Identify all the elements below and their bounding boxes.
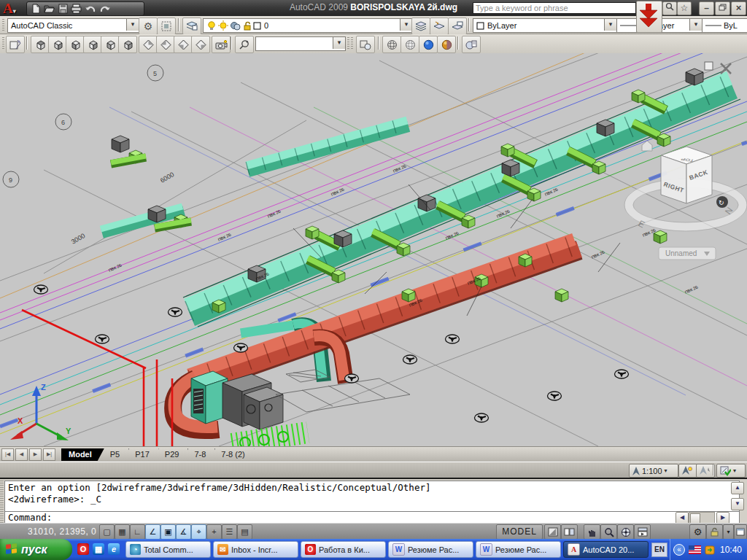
- view-front-button[interactable]: [101, 36, 120, 53]
- workspace-gear-button[interactable]: ⚙: [689, 524, 706, 540]
- toggle-ducs[interactable]: ⌖: [191, 524, 206, 540]
- tab-model[interactable]: Model: [61, 448, 104, 461]
- command-history[interactable]: Enter an option [2dwireframe/3dwireframe…: [4, 481, 740, 513]
- view-bottom-button[interactable]: [48, 36, 67, 53]
- task-total-commander[interactable]: ◔ Total Comm...: [125, 541, 211, 558]
- command-scroll-down[interactable]: ▼: [731, 498, 744, 510]
- viewcube-right-face[interactable]: [661, 155, 686, 203]
- layer-match-button[interactable]: [448, 18, 467, 35]
- task-opera-page[interactable]: O Работа в Ки...: [301, 541, 386, 558]
- layer-properties-button[interactable]: [182, 18, 201, 35]
- search-icon[interactable]: [662, 1, 677, 15]
- language-indicator[interactable]: EN: [651, 542, 667, 557]
- opera-quicklaunch-icon[interactable]: O: [77, 543, 89, 555]
- tab-p5[interactable]: P5: [104, 448, 129, 461]
- toggle-lwt[interactable]: ☰: [222, 524, 237, 540]
- tab-nav-next[interactable]: ▶: [29, 448, 42, 461]
- view-sw-iso-button[interactable]: [139, 36, 158, 53]
- annotation-scale-button[interactable]: 1:100 ▾: [629, 464, 678, 478]
- toggle-osnap[interactable]: ▣: [160, 524, 176, 540]
- communication-center-button[interactable]: [636, 1, 662, 33]
- view-nw-iso-button[interactable]: [191, 36, 210, 53]
- showmotion-button[interactable]: [634, 524, 651, 540]
- status-menu-arrow[interactable]: ▾: [723, 524, 734, 540]
- tab-p17[interactable]: P17: [129, 448, 159, 461]
- lineweight-combo[interactable]: ByL: [702, 18, 747, 33]
- search-input[interactable]: [473, 2, 636, 14]
- view-top-button[interactable]: [31, 36, 50, 53]
- tab-p29[interactable]: P29: [159, 448, 189, 461]
- tab-nav-last[interactable]: ▶|: [43, 448, 55, 461]
- toggle-snap[interactable]: ▢: [99, 524, 115, 540]
- chevron-down-icon[interactable]: ▾: [689, 19, 702, 31]
- ie-quicklaunch-icon[interactable]: e: [108, 543, 120, 555]
- annotation-visibility-button[interactable]: [678, 464, 697, 478]
- named-views-overlay[interactable]: Unnamed: [659, 247, 716, 260]
- close-button[interactable]: ×: [731, 1, 746, 15]
- layer-combo[interactable]: 0 ▾: [203, 18, 413, 33]
- model-space-button[interactable]: MODEL: [496, 524, 543, 540]
- toggle-qp[interactable]: ▤: [237, 524, 252, 540]
- realistic-style-button[interactable]: [419, 36, 438, 53]
- workspace-combo[interactable]: AutoCAD Classic ▾: [7, 18, 139, 33]
- task-autocad[interactable]: A AutoCAD 20...: [563, 541, 649, 558]
- manage-visual-styles-button[interactable]: [462, 36, 481, 53]
- chevron-down-icon[interactable]: ▾: [604, 19, 616, 31]
- layout-tab-button[interactable]: [561, 524, 578, 540]
- toggle-otrack[interactable]: ∡: [176, 524, 191, 540]
- view-right-button[interactable]: [83, 36, 102, 53]
- tray-chevron-icon[interactable]: «: [673, 544, 685, 556]
- camera-button[interactable]: [212, 36, 231, 53]
- toggle-polar[interactable]: ∠: [145, 524, 160, 540]
- drawing-canvas[interactable]: ПВК 2Б 5 6 9 6000 3000: [0, 53, 747, 446]
- command-grip[interactable]: [0, 481, 4, 523]
- start-button[interactable]: пуск: [0, 539, 72, 560]
- clean-screen-button[interactable]: [734, 524, 747, 540]
- toolbar-grip[interactable]: [2, 19, 4, 31]
- named-views-combo[interactable]: ▾: [255, 36, 346, 51]
- task-inbox[interactable]: ✉ Inbox - Incr...: [213, 541, 298, 558]
- 3d-wireframe-button[interactable]: [382, 36, 401, 53]
- toolbar-grip[interactable]: [351, 37, 353, 49]
- steeringwheel-button[interactable]: [617, 524, 634, 540]
- view-left-button[interactable]: [66, 36, 85, 53]
- model-tab-button[interactable]: [544, 524, 561, 540]
- tab-nav-prev[interactable]: ◀: [15, 448, 28, 461]
- tab-7-8[interactable]: 7-8: [188, 448, 215, 461]
- workspace-switch-button[interactable]: ▾: [716, 464, 746, 478]
- view-se-iso-button[interactable]: [156, 36, 175, 53]
- toggle-dyn[interactable]: +: [206, 524, 222, 540]
- command-scroll-up[interactable]: ▲: [731, 482, 744, 494]
- tab-nav-first[interactable]: |◀: [1, 448, 14, 461]
- named-views-button[interactable]: [6, 36, 25, 53]
- drawing-viewport[interactable]: ПВК 2Б 5 6 9 6000 3000: [0, 53, 747, 446]
- tray-clock[interactable]: 10:40: [720, 545, 742, 555]
- download-master-tray-icon[interactable]: [705, 545, 716, 555]
- favorites-star-icon[interactable]: ☆: [677, 1, 692, 15]
- view-back-button[interactable]: [118, 36, 137, 53]
- tab-7-8-2[interactable]: 7-8 (2): [215, 448, 254, 461]
- chevron-down-icon[interactable]: ▾: [400, 19, 412, 31]
- layer-previous-button[interactable]: [430, 18, 449, 35]
- restore-button[interactable]: [715, 1, 730, 15]
- toggle-ortho[interactable]: ∟: [130, 524, 145, 540]
- 3d-hidden-button[interactable]: [400, 36, 419, 53]
- zoom-button[interactable]: [600, 524, 617, 540]
- chevron-down-icon[interactable]: ▾: [333, 37, 345, 49]
- minimize-button[interactable]: –: [699, 1, 714, 15]
- task-word-resume-2[interactable]: W Резюме Рас...: [476, 541, 561, 558]
- chevron-down-icon[interactable]: ▾: [126, 19, 139, 31]
- task-word-resume-1[interactable]: W Резюме Рас...: [388, 541, 473, 558]
- 2d-wireframe-button[interactable]: [356, 36, 375, 53]
- save-quicklaunch-icon[interactable]: ▦: [93, 543, 104, 555]
- conceptual-style-button[interactable]: [437, 36, 456, 53]
- named-view-zoom-button[interactable]: [235, 36, 254, 53]
- color-combo[interactable]: ByLayer ▾: [473, 18, 617, 33]
- toggle-grid[interactable]: ▦: [115, 524, 130, 540]
- toolbar-grip[interactable]: [2, 37, 4, 49]
- pan-button[interactable]: [584, 524, 600, 540]
- us-flag-icon[interactable]: [689, 545, 701, 554]
- toolbar-grip[interactable]: [347, 37, 349, 49]
- view-ne-iso-button[interactable]: [174, 36, 193, 53]
- toolbar-lock-button[interactable]: [706, 524, 723, 540]
